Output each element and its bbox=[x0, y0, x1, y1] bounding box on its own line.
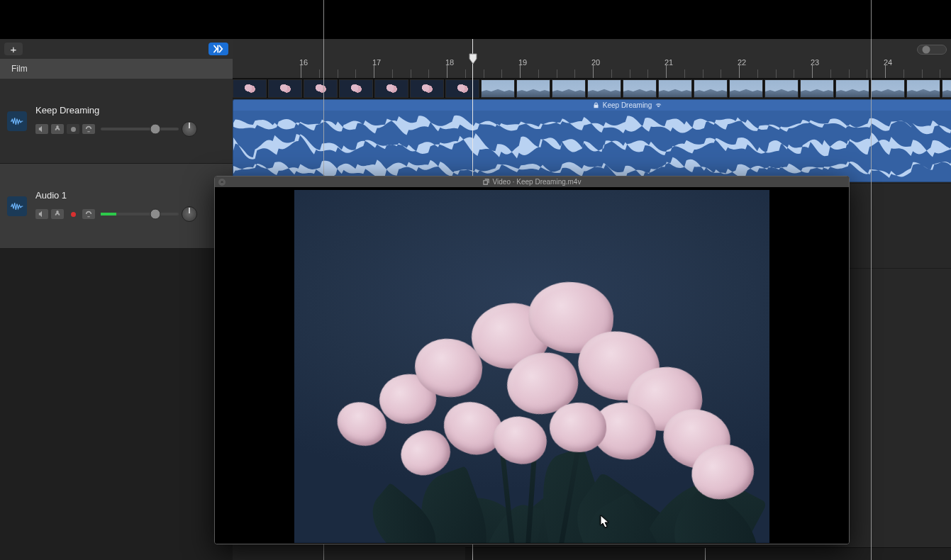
track-controls bbox=[35, 121, 226, 137]
audio-lane-keep-dreaming[interactable]: Keep Dreaming bbox=[233, 99, 951, 184]
film-thumb[interactable] bbox=[552, 79, 586, 98]
audio-track-icon bbox=[7, 111, 27, 131]
lock-icon bbox=[593, 102, 599, 108]
cursor-icon bbox=[600, 515, 610, 529]
film-thumb[interactable] bbox=[729, 79, 763, 98]
video-preview-window[interactable]: × Video · Keep Dreaming.m4v bbox=[214, 176, 850, 544]
input-monitor-button[interactable] bbox=[82, 124, 95, 134]
locator-right bbox=[871, 0, 872, 39]
audio-region[interactable]: Keep Dreaming bbox=[233, 99, 951, 182]
film-thumb[interactable] bbox=[871, 79, 905, 98]
mute-button[interactable] bbox=[35, 209, 48, 219]
film-thumb[interactable] bbox=[906, 79, 940, 98]
input-monitor-button[interactable] bbox=[82, 209, 95, 219]
film-thumb[interactable] bbox=[623, 79, 657, 98]
video-title: Video · Keep Dreaming.m4v bbox=[493, 178, 582, 186]
film-thumb[interactable] bbox=[694, 79, 728, 98]
region-name: Keep Dreaming bbox=[603, 101, 652, 109]
locator-bar[interactable] bbox=[233, 45, 951, 59]
film-thumb[interactable] bbox=[304, 79, 338, 98]
film-thumb[interactable] bbox=[268, 79, 302, 98]
film-thumb[interactable] bbox=[410, 79, 444, 98]
waveform bbox=[233, 111, 951, 181]
close-button[interactable]: × bbox=[218, 179, 226, 186]
track-header-audio-1[interactable]: Audio 1 bbox=[0, 164, 233, 249]
film-thumb[interactable] bbox=[835, 79, 869, 98]
film-thumb[interactable] bbox=[445, 79, 479, 98]
solo-button[interactable] bbox=[51, 209, 64, 219]
pan-knob[interactable] bbox=[182, 206, 197, 222]
loop-icon bbox=[655, 102, 662, 108]
film-track-header[interactable]: Film bbox=[0, 59, 233, 79]
film-thumbnail-strip[interactable] bbox=[233, 79, 951, 99]
track-headers: + Film Keep Dreaming bbox=[0, 39, 233, 560]
ruler[interactable]: 161718192021222324 bbox=[233, 39, 951, 79]
record-enable-button[interactable] bbox=[67, 124, 79, 134]
track-controls bbox=[35, 206, 226, 222]
film-thumb[interactable] bbox=[516, 79, 550, 98]
headers-empty bbox=[0, 249, 233, 560]
record-enable-button[interactable] bbox=[67, 209, 79, 219]
film-thumb[interactable] bbox=[587, 79, 621, 98]
header-toolbar: + bbox=[0, 39, 233, 59]
auto-zoom-toggle[interactable] bbox=[917, 45, 947, 55]
track-name: Keep Dreaming bbox=[35, 105, 226, 116]
video-frame bbox=[294, 190, 769, 543]
volume-slider[interactable] bbox=[101, 213, 179, 215]
film-thumb[interactable] bbox=[481, 79, 515, 98]
transport-bar bbox=[0, 0, 951, 39]
volume-slider[interactable] bbox=[101, 128, 179, 130]
region-title-bar: Keep Dreaming bbox=[233, 100, 951, 111]
pan-knob[interactable] bbox=[182, 121, 197, 137]
film-thumb[interactable] bbox=[374, 79, 408, 98]
add-track-button[interactable]: + bbox=[4, 43, 23, 55]
catch-playhead-icon bbox=[212, 45, 225, 53]
popout-icon bbox=[483, 179, 489, 185]
video-titlebar[interactable]: × Video · Keep Dreaming.m4v bbox=[215, 177, 849, 187]
film-thumb[interactable] bbox=[233, 79, 267, 98]
audio-track-icon bbox=[7, 196, 27, 216]
locator-left bbox=[323, 0, 324, 39]
film-thumb[interactable] bbox=[942, 79, 951, 98]
film-thumb[interactable] bbox=[764, 79, 799, 98]
track-header-keep-dreaming[interactable]: Keep Dreaming bbox=[0, 79, 233, 164]
film-label: Film bbox=[11, 64, 28, 74]
catch-playhead-button[interactable] bbox=[208, 43, 228, 55]
horizontal-scrollbar[interactable] bbox=[465, 547, 951, 560]
film-thumb[interactable] bbox=[658, 79, 692, 98]
film-thumb[interactable] bbox=[800, 79, 834, 98]
solo-button[interactable] bbox=[51, 124, 64, 134]
mute-button[interactable] bbox=[35, 124, 48, 134]
film-thumb[interactable] bbox=[339, 79, 373, 98]
track-name: Audio 1 bbox=[35, 190, 226, 201]
video-canvas bbox=[215, 187, 849, 544]
